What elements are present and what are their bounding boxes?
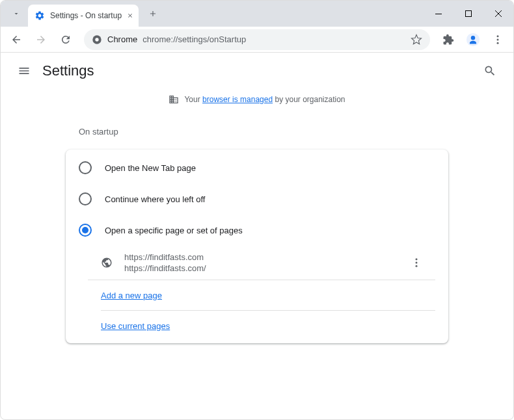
forward-button[interactable] (31, 29, 51, 50)
globe-icon (101, 257, 113, 269)
svg-point-11 (416, 265, 418, 267)
svg-point-6 (497, 35, 499, 37)
settings-content: Your browser is managed by your organiza… (1, 89, 513, 356)
page-title: https://finditfasts.com (124, 252, 206, 262)
startup-page-entry: https://finditfasts.com https://finditfa… (88, 246, 435, 280)
arrow-left-icon (10, 34, 22, 46)
settings-header: Settings (1, 53, 513, 89)
close-tab-button[interactable] (127, 12, 133, 19)
radio-label: Continue where you left off (105, 194, 205, 204)
page-more-button[interactable] (411, 257, 422, 269)
toolbar: Chrome chrome://settings/onStartup (1, 27, 513, 53)
omnibox-label: Chrome (107, 34, 137, 44)
settings-menu-button[interactable] (11, 58, 37, 84)
svg-rect-1 (466, 11, 472, 17)
close-window-button[interactable] (483, 1, 513, 27)
plus-icon (148, 9, 157, 18)
maximize-button[interactable] (453, 1, 483, 27)
radio-specific[interactable]: Open a specific page or set of pages (66, 215, 448, 246)
chrome-icon (92, 34, 102, 45)
titlebar: Settings - On startup (1, 1, 513, 27)
page-url: https://finditfasts.com/ (124, 263, 206, 273)
managed-banner: Your browser is managed by your organiza… (66, 89, 448, 116)
window-controls (424, 1, 513, 27)
banner-suffix: by your organization (275, 95, 345, 104)
banner-prefix: Your (184, 95, 200, 104)
close-icon (127, 12, 133, 19)
extensions-icon (442, 34, 454, 46)
svg-rect-0 (435, 14, 442, 14)
svg-point-8 (497, 42, 499, 44)
reload-icon (60, 34, 72, 46)
new-tab-button[interactable] (144, 5, 162, 23)
maximize-icon (465, 10, 472, 18)
omnibox[interactable]: Chrome chrome://settings/onStartup (84, 29, 430, 50)
svg-point-9 (416, 258, 418, 260)
radio-continue[interactable]: Continue where you left off (66, 183, 448, 215)
section-title: On startup (66, 116, 448, 150)
minimize-icon (435, 10, 442, 18)
minimize-button[interactable] (424, 1, 453, 27)
domain-icon (169, 94, 179, 105)
more-vertical-icon (411, 257, 422, 269)
profile-button[interactable] (463, 29, 483, 50)
radio-input[interactable] (79, 224, 92, 237)
radio-input[interactable] (79, 161, 92, 174)
radio-label: Open a specific page or set of pages (105, 226, 243, 235)
close-icon (494, 10, 502, 18)
browser-tab[interactable]: Settings - On startup (28, 5, 139, 27)
svg-point-3 (95, 38, 98, 41)
radio-new-tab[interactable]: Open the New Tab page (66, 152, 448, 183)
extensions-button[interactable] (438, 29, 459, 50)
tab-title: Settings - On startup (50, 11, 122, 20)
menu-button[interactable] (487, 29, 508, 50)
star-icon (411, 34, 422, 46)
tab-search-dropdown[interactable] (7, 5, 25, 23)
use-current-link[interactable]: Use current pages (101, 321, 170, 331)
omnibox-url: chrome://settings/onStartup (142, 34, 246, 44)
page-title: Settings (42, 62, 94, 79)
chevron-down-icon (12, 10, 20, 18)
search-settings-button[interactable] (477, 58, 503, 84)
radio-input[interactable] (79, 192, 92, 205)
gear-icon (34, 10, 45, 21)
svg-point-7 (497, 38, 499, 40)
svg-point-10 (416, 262, 418, 264)
more-vertical-icon (492, 34, 504, 46)
svg-point-5 (471, 36, 475, 40)
hamburger-icon (18, 64, 31, 77)
managed-link[interactable]: browser is managed (202, 95, 273, 104)
use-current-row: Use current pages (66, 311, 448, 341)
avatar-icon (466, 33, 480, 47)
back-button[interactable] (6, 29, 27, 50)
add-page-row: Add a new page (66, 280, 448, 310)
radio-label: Open the New Tab page (105, 163, 196, 173)
add-page-link[interactable]: Add a new page (101, 291, 162, 300)
reload-button[interactable] (55, 29, 76, 50)
search-icon (483, 64, 496, 77)
arrow-right-icon (35, 34, 47, 46)
bookmark-button[interactable] (411, 34, 422, 46)
startup-card: Open the New Tab page Continue where you… (66, 150, 448, 343)
